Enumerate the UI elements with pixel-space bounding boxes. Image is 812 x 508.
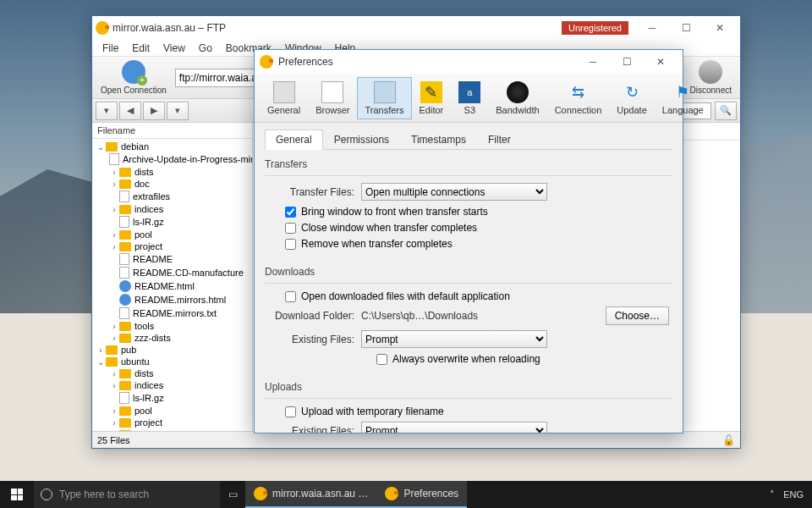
taskbar-item-ftp[interactable]: mirror.waia.asn.au …: [245, 481, 376, 508]
menu-edit[interactable]: Edit: [125, 41, 156, 56]
folder-icon: [119, 205, 131, 214]
editor-icon: ✎: [420, 81, 442, 103]
task-view-button[interactable]: ▭: [220, 481, 245, 508]
tree-item[interactable]: ›pool: [92, 405, 252, 417]
menu-view[interactable]: View: [156, 41, 192, 56]
tree-item[interactable]: ›tools: [92, 320, 252, 332]
sub-tab-timestamps[interactable]: Timestamps: [400, 130, 477, 149]
prefs-maximize-button[interactable]: ☐: [610, 52, 644, 72]
tree-item[interactable]: ls-lR.gz: [92, 391, 252, 405]
cb-bring-to-front[interactable]: [285, 207, 296, 218]
preferences-dialog: Preferences ─ ☐ ✕ General Browser Transf…: [254, 49, 683, 433]
tab-connection[interactable]: ⇆Connection: [547, 77, 610, 119]
tree-item[interactable]: ›pool: [92, 229, 252, 240]
folder-icon: [119, 334, 131, 343]
download-folder-path: C:\Users\qb…\Downloads: [361, 310, 606, 322]
open-connection-button[interactable]: Open Connection: [96, 58, 172, 97]
tree-item[interactable]: ›zzz-dists: [92, 332, 252, 344]
cb-open-default-app[interactable]: [285, 291, 296, 302]
choose-folder-button[interactable]: Choose…: [606, 306, 669, 325]
minimize-button[interactable]: ─: [635, 18, 669, 38]
prefs-category-tabs: General Browser Transfers ✎Editor aS3 Ba…: [255, 74, 683, 123]
taskbar-item-preferences[interactable]: Preferences: [376, 481, 467, 508]
tree-item[interactable]: ls-lR.gz: [92, 215, 252, 229]
tray-chevron-up-icon[interactable]: ˄: [770, 489, 775, 500]
tree-item[interactable]: extrafiles: [92, 190, 252, 203]
tree-item[interactable]: README: [92, 252, 252, 266]
tree-item[interactable]: ⌄debian: [92, 141, 252, 152]
tree-item[interactable]: ›project: [92, 417, 252, 428]
lock-icon: 🔓: [722, 434, 735, 446]
cb-remove-when-complete[interactable]: [285, 239, 296, 250]
folder-icon: [119, 406, 131, 416]
tab-browser[interactable]: Browser: [308, 77, 357, 119]
prefs-sub-tabs: General Permissions Timestamps Filter: [265, 130, 672, 150]
tree-item[interactable]: README.mirrors.txt: [92, 306, 252, 320]
tree-item[interactable]: ›dists: [92, 367, 252, 379]
tab-s3[interactable]: aS3: [451, 77, 488, 119]
menu-go[interactable]: Go: [192, 41, 219, 56]
globe-plus-icon: [122, 60, 145, 84]
tab-general[interactable]: General: [260, 77, 308, 119]
taskbar: Type here to search ▭ mirror.waia.asn.au…: [0, 481, 812, 508]
nav-up-button[interactable]: ▾: [167, 102, 189, 120]
tree-item[interactable]: ›project: [92, 240, 252, 252]
tab-bandwidth[interactable]: Bandwidth: [488, 77, 546, 119]
uploads-existing-select[interactable]: Prompt: [361, 422, 547, 433]
transfer-files-select[interactable]: Open multiple connections: [361, 183, 547, 201]
tree-item[interactable]: ›doc: [92, 178, 252, 190]
nav-forward-button[interactable]: ▶: [143, 102, 165, 120]
folder-icon: [106, 357, 118, 367]
sub-tab-filter[interactable]: Filter: [477, 130, 522, 149]
tree-item[interactable]: README.CD-manufacture: [92, 266, 252, 279]
tree-header-filename[interactable]: Filename: [92, 123, 252, 139]
maximize-button[interactable]: ☐: [669, 18, 703, 38]
folder-icon: [119, 381, 131, 390]
tray-language[interactable]: ENG: [783, 489, 804, 500]
tab-update[interactable]: ↻Update: [609, 77, 654, 119]
tab-language[interactable]: ⚑Language: [655, 77, 711, 119]
tree-item[interactable]: ›pub: [92, 344, 252, 356]
transfer-files-label: Transfer Files:: [268, 186, 361, 198]
prefs-title: Preferences: [278, 56, 333, 68]
transfers-heading: Transfers: [265, 158, 672, 170]
sub-tab-general[interactable]: General: [265, 130, 323, 150]
tree-item[interactable]: ⌄ubuntu: [92, 356, 252, 367]
tab-editor[interactable]: ✎Editor: [412, 77, 452, 119]
connection-icon: ⇆: [567, 81, 589, 103]
start-button[interactable]: [0, 481, 34, 508]
cb-downloads-overwrite[interactable]: [376, 354, 387, 365]
search-icon[interactable]: 🔍: [715, 102, 737, 120]
nav-dropdown-button[interactable]: ▾: [96, 102, 118, 120]
window-title: mirror.waia.asn.au – FTP: [112, 22, 562, 34]
folder-icon: [119, 179, 131, 189]
prefs-minimize-button[interactable]: ─: [576, 52, 610, 72]
cb-upload-temp-filename[interactable]: [285, 406, 296, 417]
folder-icon: [119, 242, 131, 251]
duck-icon: [385, 487, 398, 500]
tree-item[interactable]: README.mirrors.html: [92, 293, 252, 306]
status-text: 25 Files: [97, 435, 130, 445]
tree-item[interactable]: ›dists: [92, 166, 252, 178]
close-button[interactable]: ✕: [703, 18, 737, 38]
downloads-heading: Downloads: [265, 266, 672, 278]
bandwidth-icon: [507, 81, 529, 103]
tree-item[interactable]: ›indices: [92, 379, 252, 391]
tree-item[interactable]: README.html: [92, 279, 252, 293]
taskbar-search[interactable]: Type here to search: [34, 481, 220, 508]
tree-item[interactable]: ›indices: [92, 203, 252, 215]
general-icon: [273, 81, 295, 103]
tree-item[interactable]: Archive-Update-in-Progress-mirror.w: [92, 152, 252, 166]
file-tree: Filename ⌄debianArchive-Update-in-Progre…: [92, 123, 253, 431]
uploads-heading: Uploads: [265, 381, 672, 393]
menu-file[interactable]: File: [96, 41, 125, 56]
tab-transfers[interactable]: Transfers: [357, 77, 411, 119]
prefs-close-button[interactable]: ✕: [644, 52, 678, 72]
prefs-app-icon: [260, 55, 273, 69]
nav-back-button[interactable]: ◀: [119, 102, 141, 120]
downloads-existing-select[interactable]: Prompt: [361, 330, 547, 348]
sub-tab-permissions[interactable]: Permissions: [323, 130, 400, 149]
file-icon: [119, 392, 129, 404]
cb-close-when-complete[interactable]: [285, 223, 296, 234]
folder-icon: [106, 142, 118, 152]
